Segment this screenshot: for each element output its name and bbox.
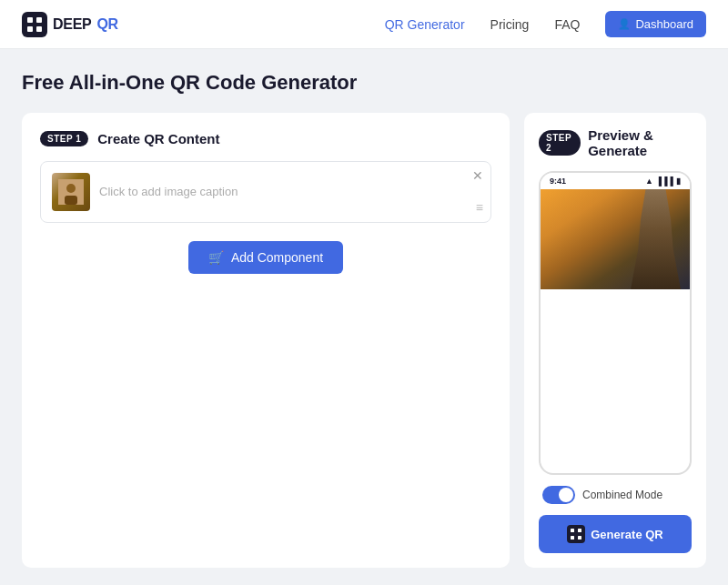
- svg-point-5: [66, 184, 76, 193]
- generate-qr-label: Generate QR: [591, 528, 662, 541]
- phone-mockup: 9:41 ▲ ▐▐▐ ▮: [539, 171, 692, 475]
- step1-label: Create QR Content: [97, 131, 219, 146]
- step2-badge: STEP 2: [539, 130, 581, 156]
- preview-panel: STEP 2 Preview & Generate 9:41 ▲ ▐▐▐ ▮: [524, 113, 706, 568]
- phone-content-area: [541, 289, 690, 453]
- phone-preview-image: [541, 189, 690, 289]
- two-column-layout: STEP 1 Create QR Content Click to add im…: [22, 113, 706, 568]
- generate-qr-button[interactable]: Generate QR: [539, 515, 692, 553]
- phone-time: 9:41: [550, 177, 566, 186]
- phone-status-bar: 9:41 ▲ ▐▐▐ ▮: [541, 173, 690, 189]
- nav-faq[interactable]: FAQ: [554, 17, 580, 32]
- logo-icon: [22, 12, 47, 37]
- nav: QR Generator Pricing FAQ 👤 Dashboard: [385, 11, 706, 37]
- svg-rect-8: [578, 529, 581, 532]
- add-component-section: 🛒 Add Component: [40, 241, 491, 274]
- create-qr-panel: STEP 1 Create QR Content Click to add im…: [22, 113, 510, 568]
- svg-rect-10: [578, 536, 581, 540]
- combined-mode-label: Combined Mode: [582, 489, 662, 501]
- logo-qr: QR: [96, 16, 117, 33]
- nav-pricing[interactable]: Pricing: [490, 17, 530, 32]
- nav-qr-generator[interactable]: QR Generator: [385, 17, 465, 32]
- generate-logo-icon: [567, 525, 585, 543]
- combined-mode-toggle[interactable]: [542, 486, 575, 504]
- add-component-icon: 🛒: [208, 250, 224, 265]
- user-icon: 👤: [618, 18, 631, 30]
- svg-rect-1: [36, 17, 42, 23]
- svg-rect-7: [571, 529, 574, 532]
- svg-rect-3: [36, 26, 42, 32]
- step2-label: Preview & Generate: [588, 127, 692, 158]
- dashboard-label: Dashboard: [635, 17, 693, 31]
- phone-status-icons: ▲ ▐▐▐ ▮: [645, 177, 681, 186]
- image-thumbnail: [52, 173, 90, 211]
- battery-icon: ▮: [676, 177, 681, 186]
- svg-rect-9: [571, 536, 574, 540]
- add-component-button[interactable]: 🛒 Add Component: [188, 241, 343, 274]
- generate-section: Generate QR: [539, 515, 692, 553]
- add-component-label: Add Component: [231, 250, 323, 265]
- svg-rect-2: [27, 26, 33, 32]
- drag-handle[interactable]: ≡: [476, 200, 483, 215]
- dashboard-button[interactable]: 👤 Dashboard: [605, 11, 706, 37]
- main-content: Free All-in-One QR Code Generator STEP 1…: [0, 49, 728, 585]
- step1-header: STEP 1 Create QR Content: [40, 131, 491, 146]
- step1-badge: STEP 1: [40, 131, 88, 146]
- image-component: Click to add image caption ✕ ≡: [40, 161, 491, 223]
- svg-rect-0: [27, 17, 33, 23]
- image-caption-input[interactable]: Click to add image caption: [99, 173, 480, 211]
- step2-header: STEP 2 Preview & Generate: [539, 127, 692, 158]
- combined-mode-row: Combined Mode: [539, 486, 692, 504]
- logo-deep: DEEP: [53, 16, 91, 33]
- logo: DEEPQR: [22, 12, 118, 37]
- signal-icon: ▐▐▐: [656, 177, 673, 186]
- svg-rect-6: [65, 196, 77, 205]
- page-title: Free All-in-One QR Code Generator: [22, 71, 706, 95]
- wifi-icon: ▲: [645, 177, 653, 186]
- header: DEEPQR QR Generator Pricing FAQ 👤 Dashbo…: [0, 0, 728, 49]
- close-image-button[interactable]: ✕: [472, 169, 483, 182]
